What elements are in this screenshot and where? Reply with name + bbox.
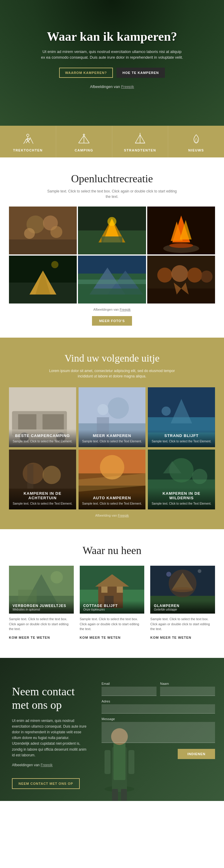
svg-point-24 [108, 217, 116, 226]
svg-point-61 [97, 404, 108, 415]
find-credit-link[interactable]: Freepik [118, 514, 129, 517]
where-badge-title-verborgen: VERBORGEN JUWEELTJES [12, 604, 70, 608]
find-card-achtertuin[interactable]: KAMPEREN IN DE ACHTERTUIN Sample text. C… [9, 450, 76, 509]
outdoor-credit-link[interactable]: Freepik [120, 308, 131, 311]
cat-strandtenten[interactable]: STRANDTENTEN [112, 126, 169, 157]
where-grid: VERBORGEN JUWEELTJES Websites in opkomst… [9, 566, 215, 640]
cat-nieuws[interactable]: NIEUWS [168, 126, 224, 157]
find-card-wildernis[interactable]: KAMPEREN IN DE WILDERNIS Sample text. Cl… [148, 450, 215, 509]
contact-button[interactable]: NEEM CONTACT MET ONS OP [12, 778, 80, 789]
svg-rect-14 [9, 207, 77, 254]
email-label: Email [102, 682, 156, 685]
find-card-auto[interactable]: AUTO KAMPEREN Sample text. Click to sele… [79, 450, 146, 509]
svg-rect-43 [147, 256, 215, 304]
trektochten-icon [21, 132, 34, 146]
strandtenten-icon [134, 132, 147, 146]
svg-rect-32 [9, 256, 77, 304]
svg-point-66 [161, 406, 171, 416]
where-badge-sub-glamperen: Geliefde uitstapje [154, 608, 212, 611]
where-badge-title-cottage: COTTAGE BLIJFT [83, 604, 141, 608]
contact-credit-link[interactable]: Freepik [41, 763, 52, 767]
svg-point-16 [43, 216, 58, 230]
where-link-glamperen[interactable]: KOM MEER TE WETEN [150, 636, 191, 639]
svg-marker-34 [30, 271, 57, 294]
more-photos-button[interactable]: MEER FOTO'S [92, 316, 132, 326]
outdoor-photo-3 [147, 207, 215, 254]
find-subtitle: Lorem ipsum dolor sit amet, consectetur … [46, 368, 178, 379]
card-desc-camper: Sample text. Click to select the Text El… [12, 439, 73, 443]
contact-title: Neem contact met ons op [12, 685, 87, 712]
cat-trektochten[interactable]: TREKTOCHTEN [0, 126, 56, 157]
svg-rect-20 [78, 207, 146, 254]
name-input[interactable] [160, 687, 215, 696]
where-img-glamperen: GLAMPEREN Geliefde uitstapje [150, 566, 215, 614]
svg-point-47 [200, 271, 212, 283]
outdoor-photo-6 [147, 256, 215, 304]
svg-rect-17 [9, 240, 77, 254]
svg-marker-29 [171, 221, 183, 241]
card-overlay-camper: BESTE CAMPERCAMPING Sample text. Click t… [9, 430, 76, 447]
svg-marker-39 [89, 268, 125, 294]
card-title-achtertuin: KAMPEREN IN DE ACHTERTUIN [12, 491, 73, 500]
message-textarea[interactable] [102, 722, 215, 743]
svg-rect-53 [42, 414, 64, 430]
contact-form: Email Naam Adres Messag [102, 682, 215, 743]
how-camping-button[interactable]: HOE TE KAMPEREN [116, 68, 165, 78]
find-section: Vind uw volgende uitje Lorem ipsum dolor… [0, 338, 224, 529]
address-input[interactable] [102, 704, 215, 714]
name-label: Naam [160, 682, 215, 685]
svg-point-100 [172, 587, 193, 592]
form-field-name: Naam [160, 682, 215, 696]
card-desc-wildernis: Sample text. Click to select the Text El… [151, 502, 212, 506]
card-title-strand: STRAND BLIJFT [151, 433, 212, 438]
find-credit: Afbeelding van Freepik [9, 514, 215, 517]
svg-rect-26 [147, 207, 215, 254]
where-card-glamperen: GLAMPEREN Geliefde uitstapje Sample text… [150, 566, 215, 640]
svg-rect-48 [147, 288, 215, 304]
cat-nieuws-label: NIEUWS [188, 149, 204, 152]
svg-point-15 [27, 216, 44, 234]
svg-point-68 [23, 463, 44, 484]
submit-button[interactable]: INDIENEN [178, 749, 215, 759]
find-card-strand[interactable]: STRAND BLIJFT Sample text. Click to sele… [148, 387, 215, 447]
svg-point-19 [50, 226, 63, 238]
where-text-cottage: Sample text. Click to select the text bo… [80, 617, 145, 631]
why-camping-button[interactable]: WAAROM KAMPEREN? [59, 68, 113, 78]
find-card-camper[interactable]: BESTE CAMPERCAMPING Sample text. Click t… [9, 387, 76, 447]
form-field-message: Message [102, 717, 215, 743]
svg-rect-103 [113, 741, 125, 780]
where-link-cottage[interactable]: KOM MEER TE WETEN [80, 636, 121, 639]
svg-marker-30 [180, 220, 191, 240]
svg-rect-93 [116, 587, 123, 593]
svg-point-69 [42, 466, 61, 484]
card-overlay-auto: AUTO KAMPEREN Sample text. Click to sele… [79, 492, 146, 509]
contact-body: Ut enim ad mirem veniam, quis nostrud ex… [12, 718, 87, 758]
email-input[interactable] [102, 687, 156, 696]
where-badge-verborgen: VERBORGEN JUWEELTJES Websites in opkomst [9, 601, 74, 614]
svg-marker-36 [36, 271, 50, 294]
where-badge-sub-verborgen: Websites in opkomst [12, 608, 70, 611]
outdoor-subtitle: Sample text. Click to select the text bo… [46, 189, 178, 199]
hero-credit-link[interactable]: Freepik [121, 84, 134, 89]
where-link-verborgen[interactable]: KOM MEER TE WETEN [9, 636, 50, 639]
hero-credit: Afbeeldingen van Freepik [40, 84, 184, 90]
find-title: Vind uw volgende uitje [9, 352, 215, 364]
cat-camping[interactable]: CAMPING [56, 126, 112, 157]
contact-left: Neem contact met ons op Ut enim ad mirem… [0, 673, 96, 801]
nieuws-icon [190, 132, 203, 146]
card-desc-achtertuin: Sample text. Click to select the Text El… [12, 502, 73, 506]
svg-point-27 [163, 244, 199, 253]
outdoor-photo-grid [9, 207, 215, 304]
card-title-auto: AUTO KAMPEREN [82, 496, 142, 500]
form-row-3: Message [102, 717, 215, 743]
svg-marker-28 [172, 216, 190, 243]
card-title-camper: BESTE CAMPERCAMPING [12, 433, 73, 438]
where-card-cottage: COTTAGE BLIJFT Onze topkeuzes Sample tex… [80, 566, 145, 640]
outdoor-photo-5 [78, 256, 146, 304]
cat-strandtenten-label: STRANDTENTEN [124, 149, 156, 152]
svg-rect-41 [78, 280, 146, 284]
find-card-meer[interactable]: MEER KAMPEREN Sample text. Click to sele… [79, 387, 146, 447]
where-badge-title-glamperen: GLAMPEREN [154, 604, 212, 608]
where-badge-sub-cottage: Onze topkeuzes [83, 608, 141, 611]
card-overlay-achtertuin: KAMPEREN IN DE ACHTERTUIN Sample text. C… [9, 488, 76, 509]
